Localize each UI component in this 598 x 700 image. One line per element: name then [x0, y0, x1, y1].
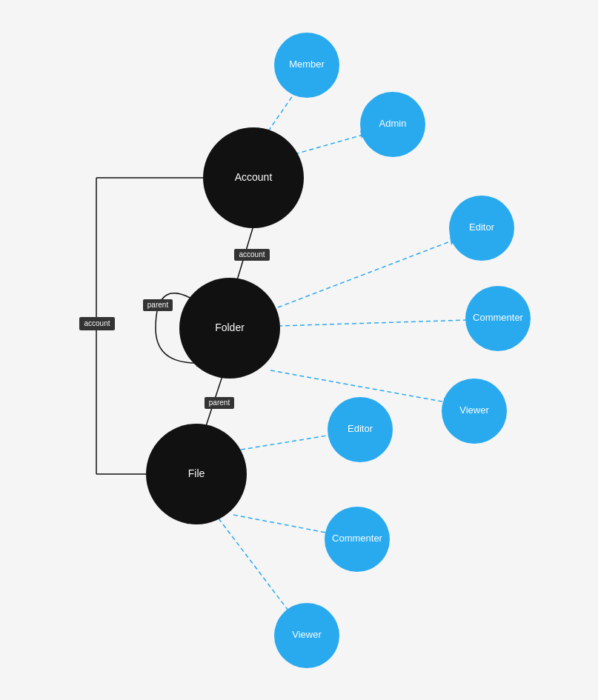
file-commenter-node[interactable] — [325, 507, 390, 572]
admin-node[interactable] — [360, 92, 425, 157]
folder-editor-node[interactable] — [449, 196, 514, 261]
account-edge-label: account — [84, 319, 110, 327]
account-node[interactable] — [203, 127, 304, 228]
folder-viewer-node[interactable] — [442, 379, 507, 444]
edge-label-folder-file: parent — [209, 399, 230, 407]
member-node[interactable] — [274, 33, 339, 98]
edge-label-account-folder: account — [239, 250, 265, 259]
background — [0, 0, 598, 700]
folder-self-label: parent — [147, 301, 169, 309]
file-viewer-node[interactable] — [274, 603, 339, 668]
diagram: account parent account parent Account Fo… — [0, 0, 598, 700]
file-node[interactable] — [146, 424, 247, 524]
folder-commenter-node[interactable] — [465, 286, 531, 351]
folder-node[interactable] — [179, 278, 280, 379]
file-editor-node[interactable] — [328, 397, 393, 462]
